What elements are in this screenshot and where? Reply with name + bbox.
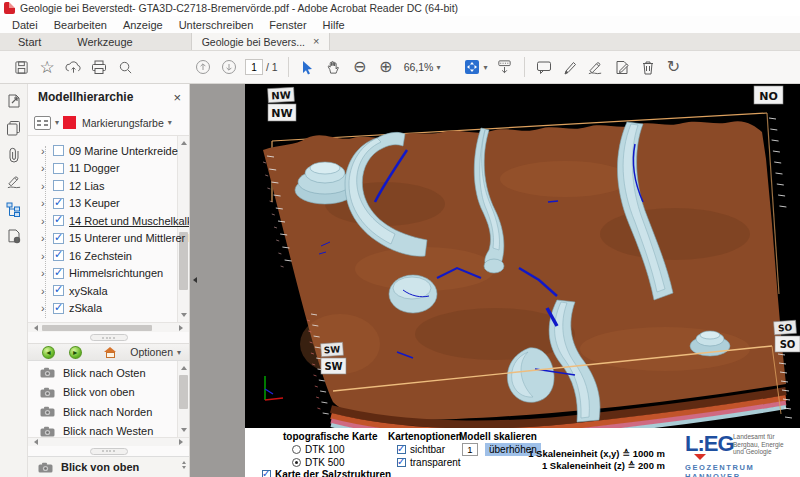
expander-icon[interactable]: ›: [41, 197, 48, 209]
dtk100-radio[interactable]: [292, 445, 301, 454]
next-page-icon[interactable]: [216, 55, 242, 79]
zoom-in-icon[interactable]: ⊕: [373, 55, 399, 79]
options-menu[interactable]: Optionen ▾: [130, 346, 181, 358]
scroll-left-icon[interactable]: [31, 439, 38, 445]
default-view-button[interactable]: [104, 347, 117, 358]
tree-item-checkbox[interactable]: [53, 268, 64, 279]
view-item[interactable]: Blick von oben: [28, 383, 177, 403]
tree-item[interactable]: ›16 Zechstein: [28, 247, 177, 265]
model-tree-icon[interactable]: [3, 200, 25, 218]
transparent-checkbox[interactable]: [397, 458, 406, 467]
expander-icon[interactable]: ›: [41, 267, 48, 279]
chevron-down-icon[interactable]: ▾: [483, 63, 487, 72]
view-item[interactable]: Blick nach Osten: [28, 363, 177, 383]
signatures-icon[interactable]: [3, 173, 25, 191]
scale-value-input[interactable]: [462, 443, 478, 456]
scroll-mode-icon[interactable]: [492, 55, 518, 79]
zoom-level-select[interactable]: 66,1% ▾: [399, 59, 446, 75]
print-icon[interactable]: [86, 55, 112, 79]
marker-color-label[interactable]: Markierungsfarbe: [82, 117, 164, 129]
tree-item[interactable]: ›11 Dogger: [28, 160, 177, 178]
page-thumbnails-icon[interactable]: [3, 119, 25, 137]
sign-icon[interactable]: [583, 55, 609, 79]
attachments-icon[interactable]: [3, 146, 25, 164]
tree-vertical-scrollbar[interactable]: [177, 136, 189, 322]
tree-item-checkbox[interactable]: [53, 285, 64, 296]
star-icon[interactable]: ☆: [34, 55, 60, 79]
panel-collapse-handle[interactable]: [190, 273, 198, 287]
tree-view-mode-icon[interactable]: [34, 116, 51, 130]
salt-map-checkbox[interactable]: [262, 470, 271, 477]
expander-icon[interactable]: ›: [41, 250, 48, 262]
page-number-input[interactable]: [245, 59, 263, 75]
view-item[interactable]: Blick nach Norden: [28, 402, 177, 422]
tab-start[interactable]: Start: [0, 33, 59, 50]
tab-tools[interactable]: Werkzeuge: [59, 33, 150, 50]
comment-icon[interactable]: [531, 55, 557, 79]
tree-item[interactable]: ›12 Lias: [28, 177, 177, 195]
edit-page-icon[interactable]: [609, 55, 635, 79]
menu-item-unterschreiben[interactable]: Unterschreiben: [171, 18, 262, 32]
scrollbar-thumb[interactable]: [42, 325, 152, 331]
view-spinner[interactable]: [182, 459, 186, 471]
expander-icon[interactable]: ›: [41, 285, 48, 297]
tree-item[interactable]: ›15 Unterer und Mittlerer Bur: [28, 230, 177, 248]
tree-item-checkbox[interactable]: [53, 215, 64, 226]
tree-item[interactable]: ›Himmelsrichtungen: [28, 265, 177, 283]
expander-icon[interactable]: ›: [41, 215, 48, 227]
menu-item-datei[interactable]: Datei: [4, 18, 46, 32]
fit-page-icon[interactable]: [459, 55, 485, 79]
search-icon[interactable]: [112, 55, 138, 79]
tree-item-checkbox[interactable]: [53, 250, 64, 261]
tree-item[interactable]: ›xySkala: [28, 282, 177, 300]
zoom-out-icon[interactable]: ⊖: [347, 55, 373, 79]
expander-icon[interactable]: ›: [41, 145, 48, 157]
save-icon[interactable]: [8, 55, 34, 79]
panel-close-icon[interactable]: ×: [173, 90, 181, 105]
expander-icon[interactable]: ›: [41, 232, 48, 244]
scroll-left-icon[interactable]: [31, 325, 38, 331]
menu-item-bearbeiten[interactable]: Bearbeiten: [46, 18, 115, 32]
panel-splitter[interactable]: [28, 446, 189, 456]
current-view-row[interactable]: Blick von oben: [28, 456, 189, 477]
export-pdf-icon[interactable]: [3, 92, 25, 110]
tree-item-checkbox[interactable]: [53, 233, 64, 244]
menu-item-anzeige[interactable]: Anzeige: [115, 18, 171, 32]
scroll-right-icon[interactable]: [179, 439, 186, 445]
menu-item-hilfe[interactable]: Hilfe: [315, 18, 353, 32]
rotate-icon[interactable]: ↻: [661, 55, 687, 79]
tree-horizontal-scrollbar[interactable]: [28, 322, 189, 332]
3d-model-viewport[interactable]: NW NW NO SW SW SO SO: [245, 84, 800, 428]
tree-item[interactable]: ›14 Roet und Muschelkalk: [28, 212, 177, 230]
tree-item-checkbox[interactable]: [53, 145, 64, 156]
cloud-upload-icon[interactable]: [60, 55, 86, 79]
scroll-down-icon[interactable]: [181, 428, 187, 435]
chevron-down-icon[interactable]: ▾: [168, 118, 172, 127]
visible-checkbox[interactable]: [397, 445, 406, 454]
previous-page-icon[interactable]: [190, 55, 216, 79]
scroll-right-icon[interactable]: [179, 325, 186, 331]
previous-view-button[interactable]: ◄: [42, 346, 55, 359]
scroll-down-icon[interactable]: [181, 313, 187, 320]
views-horizontal-scrollbar[interactable]: [28, 437, 189, 446]
menu-item-fenster[interactable]: Fenster: [261, 18, 314, 32]
hand-tool-icon[interactable]: [321, 55, 347, 79]
views-vertical-scrollbar[interactable]: [177, 361, 189, 437]
select-tool-icon[interactable]: [295, 55, 321, 79]
panel-splitter[interactable]: [28, 332, 189, 343]
dtk500-radio[interactable]: [292, 458, 301, 467]
highlight-icon[interactable]: [557, 55, 583, 79]
expander-icon[interactable]: ›: [41, 180, 48, 192]
tab-close-icon[interactable]: ×: [313, 36, 319, 47]
expander-icon[interactable]: ›: [41, 162, 48, 174]
scroll-up-icon[interactable]: [181, 363, 187, 370]
scrollbar-thumb[interactable]: [179, 375, 188, 409]
next-view-button[interactable]: ►: [69, 346, 82, 359]
marker-color-swatch[interactable]: [63, 116, 76, 129]
tab-document[interactable]: Geologie bei Bevers... ×: [191, 33, 331, 50]
expander-icon[interactable]: ›: [41, 302, 48, 314]
scroll-up-icon[interactable]: [181, 138, 187, 145]
tree-item-checkbox[interactable]: [53, 163, 64, 174]
page-info-icon[interactable]: !: [3, 227, 25, 245]
chevron-down-icon[interactable]: ▾: [55, 118, 59, 127]
